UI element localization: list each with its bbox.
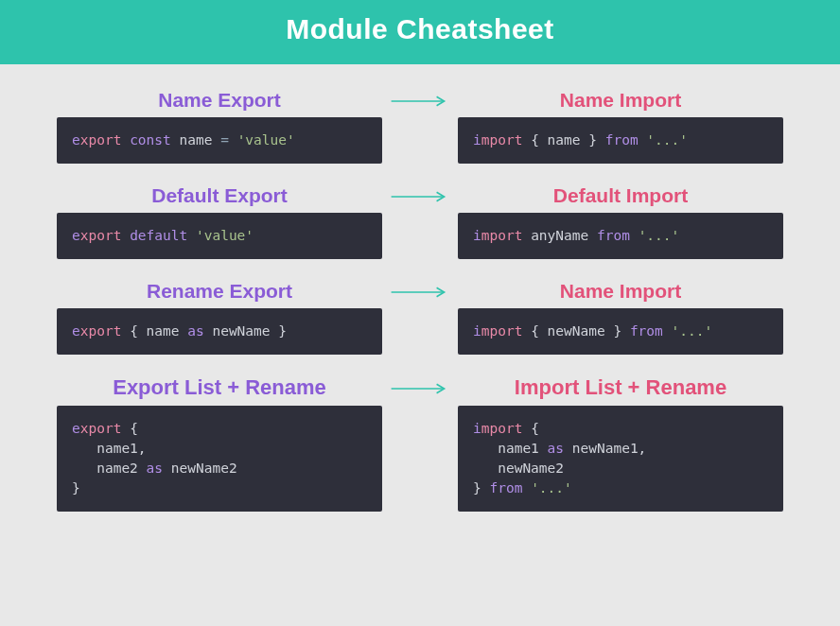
import-label: Name Import <box>458 85 783 117</box>
import-code: import { name } from '...' <box>458 117 783 164</box>
export-label: Default Export <box>57 181 382 213</box>
section-code-0: export const name = 'value' import { nam… <box>57 117 783 164</box>
import-label: Default Import <box>458 181 783 213</box>
section-labels-2: Rename Export Name Import <box>57 276 783 308</box>
export-code: export { name1, name2 as newName2 } <box>57 406 382 512</box>
section-labels-1: Default Export Default Import <box>57 181 783 213</box>
import-code: import { name1 as newName1, newName2 } f… <box>458 406 783 512</box>
export-code: export const name = 'value' <box>57 117 382 164</box>
section-labels-3: Export List + Rename Import List + Renam… <box>57 372 783 406</box>
section-code-1: export default 'value' import anyName fr… <box>57 213 783 259</box>
section-labels-0: Name Export Name Import <box>57 85 783 117</box>
arrow-icon <box>382 190 458 203</box>
export-code: export default 'value' <box>57 213 382 259</box>
page-title: Module Cheatsheet <box>0 0 840 64</box>
export-label: Rename Export <box>57 276 382 308</box>
section-code-3: export { name1, name2 as newName2 } impo… <box>57 406 783 512</box>
arrow-icon <box>382 95 458 108</box>
import-code: import { newName } from '...' <box>458 308 783 355</box>
import-label: Import List + Rename <box>458 372 783 406</box>
import-code: import anyName from '...' <box>458 213 783 259</box>
export-label: Export List + Rename <box>57 372 382 406</box>
import-label: Name Import <box>458 276 783 308</box>
arrow-icon <box>382 286 458 299</box>
export-label: Name Export <box>57 85 382 117</box>
cheatsheet-grid: Name Export Name Import export const nam… <box>0 64 840 512</box>
export-code: export { name as newName } <box>57 308 382 355</box>
arrow-icon <box>382 382 458 395</box>
section-code-2: export { name as newName } import { newN… <box>57 308 783 355</box>
